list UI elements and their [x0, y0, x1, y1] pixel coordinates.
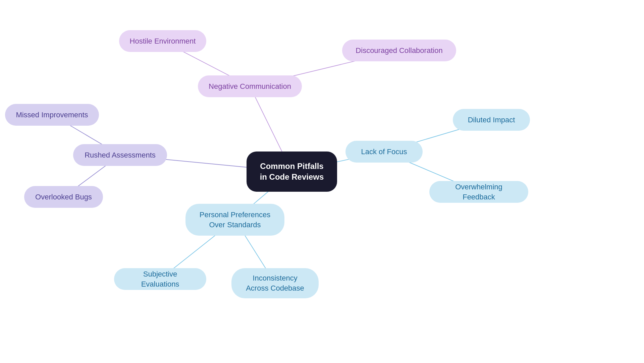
- node-personal-preferences: Personal Preferences Over Standards: [185, 204, 284, 236]
- node-diluted-impact: Diluted Impact: [453, 109, 530, 131]
- mindmap-container: Common Pitfalls in Code ReviewsHostile E…: [0, 0, 644, 363]
- node-overlooked-bugs: Overlooked Bugs: [24, 186, 103, 208]
- node-lack-of-focus: Lack of Focus: [345, 141, 423, 163]
- node-discouraged-collaboration: Discouraged Collaboration: [342, 40, 456, 61]
- node-overwhelming-feedback: Overwhelming Feedback: [429, 181, 528, 203]
- node-missed-improvements: Missed Improvements: [5, 104, 99, 126]
- node-negative-communication: Negative Communication: [198, 75, 302, 97]
- center-node: Common Pitfalls in Code Reviews: [247, 152, 337, 192]
- node-hostile-environment: Hostile Environment: [119, 30, 206, 52]
- node-inconsistency-across: Inconsistency Across Codebase: [231, 268, 319, 298]
- node-subjective-evaluations: Subjective Evaluations: [114, 268, 206, 290]
- node-rushed-assessments: Rushed Assessments: [73, 144, 167, 166]
